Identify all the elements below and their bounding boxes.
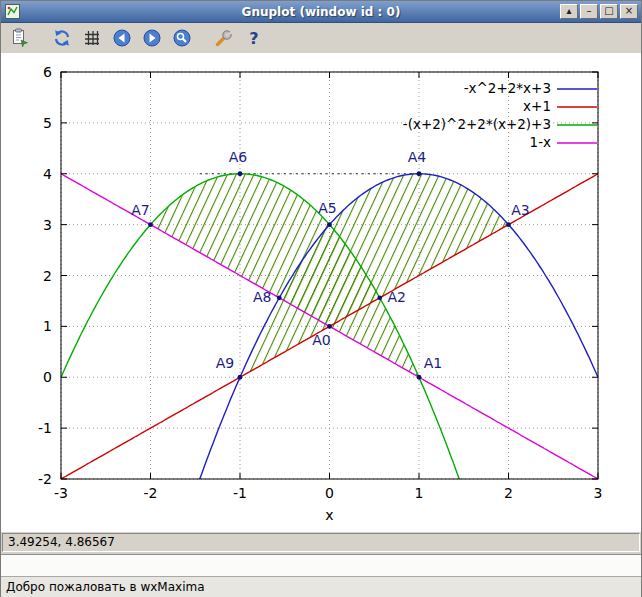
svg-text:A6: A6	[229, 149, 248, 165]
svg-text:6: 6	[43, 64, 52, 80]
legend: -x^2+2*x+3x+1-(x+2)^2+2*(x+2)+31-x	[403, 80, 597, 150]
svg-text:0: 0	[43, 369, 52, 385]
svg-text:2: 2	[504, 485, 513, 501]
help-icon: ?	[249, 29, 258, 48]
refresh-icon	[52, 28, 72, 48]
coordinate-readout: 3.49254, 4.86567	[2, 533, 640, 552]
svg-text:-2: -2	[144, 485, 158, 501]
svg-text:A3: A3	[511, 202, 529, 218]
toolbar: ?	[1, 23, 641, 53]
window-title: Gnuplot (window id : 0)	[242, 5, 401, 19]
coordinate-statusbar: 3.49254, 4.86567	[1, 532, 641, 554]
svg-text:-(x+2)^2+2*(x+2)+3: -(x+2)^2+2*(x+2)+3	[403, 116, 551, 132]
window-gap	[1, 554, 641, 576]
arrow-right-icon	[142, 28, 162, 48]
svg-text:A2: A2	[388, 289, 406, 305]
arrow-left-icon	[112, 28, 132, 48]
svg-text:1: 1	[415, 485, 424, 501]
svg-text:A1: A1	[424, 355, 442, 371]
zoom-previous-button[interactable]	[109, 25, 135, 51]
svg-text:-1: -1	[38, 420, 52, 436]
svg-text:1: 1	[43, 318, 52, 334]
titlebar[interactable]: Gnuplot (window id : 0) ▴ – □ ×	[1, 1, 641, 23]
configure-button[interactable]	[211, 25, 237, 51]
close-button[interactable]: ×	[620, 4, 638, 19]
svg-text:A4: A4	[408, 149, 427, 165]
plot-canvas[interactable]: -3-2-10123-2-10123456x-x^2+2*x+3x+1-(x+2…	[1, 53, 642, 532]
help-button[interactable]: ?	[241, 25, 267, 51]
svg-text:x: x	[325, 507, 333, 523]
svg-text:x+1: x+1	[523, 98, 551, 114]
svg-text:4: 4	[43, 166, 52, 182]
svg-text:A7: A7	[131, 202, 149, 218]
copy-icon	[10, 28, 30, 48]
window-icon	[5, 4, 20, 19]
svg-text:0: 0	[325, 485, 334, 501]
svg-text:-2: -2	[38, 471, 52, 487]
toggle-grid-button[interactable]	[79, 25, 105, 51]
zoom-next-button[interactable]	[139, 25, 165, 51]
svg-text:1-x: 1-x	[530, 134, 551, 150]
svg-text:A0: A0	[312, 332, 330, 348]
copy-to-clipboard-button[interactable]	[7, 25, 33, 51]
svg-text:A5: A5	[318, 200, 336, 216]
replot-button[interactable]	[49, 25, 75, 51]
window-controls: ▴ – □ ×	[560, 4, 638, 19]
wrench-icon	[214, 28, 234, 48]
svg-text:2: 2	[43, 268, 52, 284]
plot-area: -3-2-10123-2-10123456x-x^2+2*x+3x+1-(x+2…	[1, 53, 641, 532]
svg-text:-x^2+2*x+3: -x^2+2*x+3	[464, 80, 551, 96]
shade-button[interactable]: ▴	[560, 4, 578, 19]
grid-icon	[82, 28, 102, 48]
svg-text:A8: A8	[253, 289, 271, 305]
svg-text:3: 3	[43, 217, 52, 233]
wxmaxima-statusbar: Добро пожаловать в wxMaxima	[1, 576, 641, 597]
svg-text:-1: -1	[233, 485, 247, 501]
svg-text:A9: A9	[216, 355, 234, 371]
maximize-button[interactable]: □	[600, 4, 618, 19]
svg-text:3: 3	[594, 485, 603, 501]
svg-text:-3: -3	[54, 485, 68, 501]
minimize-button[interactable]: –	[580, 4, 598, 19]
gnuplot-window: Gnuplot (window id : 0) ▴ – □ ×	[0, 0, 642, 597]
svg-text:5: 5	[43, 115, 52, 131]
magnifier-icon	[172, 28, 192, 48]
autoscale-button[interactable]	[169, 25, 195, 51]
